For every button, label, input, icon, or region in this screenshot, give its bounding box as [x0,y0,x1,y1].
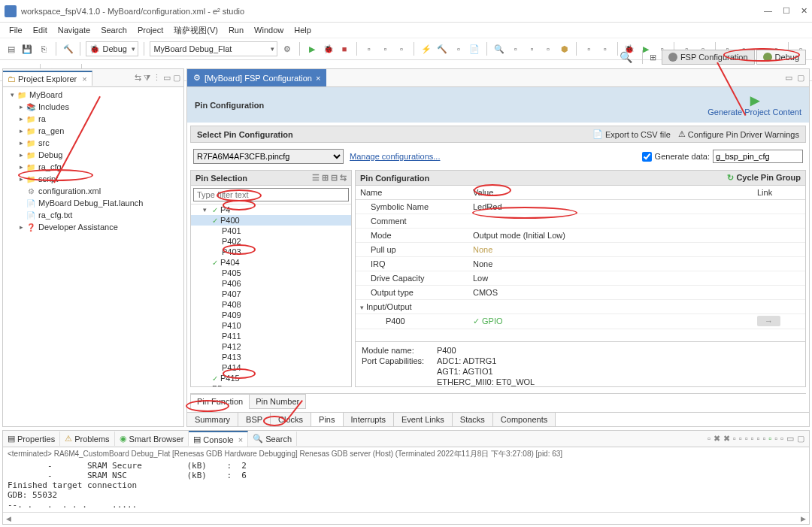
ct-icon[interactable]: ▫ [733,434,736,444]
min-icon[interactable]: ▭ [785,73,792,83]
pin-config-row[interactable]: Symbolic NameLedRed [356,200,805,214]
pincfg-select[interactable]: R7FA6M4AF3CFB.pincfg [193,149,344,164]
stop-icon[interactable]: ■ [338,42,351,56]
pin-item[interactable]: P410 [191,320,351,331]
console-hscroll[interactable]: ◀▶ [3,512,809,524]
tree-item[interactable]: ⚙configuration.xml [5,185,182,197]
pin-item[interactable]: P408 [191,299,351,310]
sync-icon[interactable]: ⇆ [340,173,347,183]
close-button[interactable]: ✕ [801,6,807,16]
ct-icon[interactable]: ▫ [780,434,783,444]
cycle-pin-button[interactable]: ↻ Cycle Pin Group [727,173,801,183]
menu-run[interactable]: Run [224,24,248,36]
tree-icon[interactable]: ☰ [312,173,320,183]
tree-root[interactable]: ▾📁MyBoard [5,89,182,101]
menu-edit[interactable]: Edit [29,24,52,36]
ct-icon[interactable]: ✖ [714,434,720,444]
pin-warnings-button[interactable]: ⚠Configure Pin Driver Warnings [678,129,799,139]
pin-item[interactable]: P406 [191,278,351,289]
project-tree[interactable]: ▾📁MyBoard ▸📚Includes▸📁ra▸📁ra_gen▸📁src▸📁D… [3,87,183,426]
open-perspective-icon[interactable]: ⊞ [647,50,660,64]
export-csv-button[interactable]: 📄Export to CSV file [592,129,671,139]
subtab-pin-function[interactable]: Pin Function [190,394,249,409]
pin-config-table[interactable]: Name Value Link Symbolic NameLedRedComme… [356,186,805,341]
min-icon[interactable]: ▭ [163,73,171,83]
pin-config-row[interactable]: ModeOutput mode (Initial Low) [356,229,805,243]
menu-renesas[interactable]: 瑞萨视图(V) [169,23,223,38]
close-icon[interactable]: × [82,74,86,83]
pin-tree[interactable]: ▾✓P4✓P400P401P402P403✓P404P405P406P407P4… [191,204,351,386]
pin-item[interactable]: P409 [191,310,351,320]
generate-data-checkbox[interactable] [642,152,652,162]
max-icon[interactable]: ▢ [797,73,804,83]
pin-config-row[interactable]: Output typeCMOS [356,286,805,300]
tb-icon[interactable]: ▫ [541,42,555,56]
launch-config-combo[interactable]: MyBoard Debug_Flat [150,41,277,56]
max-icon[interactable]: ▢ [797,434,804,444]
tb-icon[interactable]: ▫ [582,42,595,56]
tree-item[interactable]: ▸📚Includes [5,101,182,113]
tree-item[interactable]: ▸📁ra_gen [5,125,182,137]
tab-pins[interactable]: Pins [311,413,343,426]
project-explorer-tab[interactable]: 🗀 Project Explorer × [3,71,92,86]
tb-icon[interactable]: ▫ [598,42,612,56]
tab-interrupts[interactable]: Interrupts [344,413,394,426]
tab-search[interactable]: 🔍Search [248,432,297,446]
tb-icon[interactable]: ▫ [452,42,465,56]
generate-data-field[interactable] [713,150,803,163]
gear-icon[interactable]: ⚙ [280,42,294,56]
tb-icon[interactable]: 🔍 [492,42,506,56]
close-icon[interactable]: × [238,435,243,444]
pin-item[interactable]: P403 [191,247,351,257]
menu-window[interactable]: Window [250,24,288,36]
pin-item[interactable]: ✓P415 [191,373,351,383]
tb-icon[interactable]: ⚡ [420,42,433,56]
pin-item[interactable]: P414 [191,362,351,373]
tree-item[interactable]: 📄MyBoard Debug_Flat.launch [5,197,182,209]
debug-mode-combo[interactable]: 🐞 Debug [86,41,138,56]
tb-icon[interactable]: 📄 [468,42,482,56]
tree-item[interactable]: ▸📁Debug [5,149,182,161]
pin-item[interactable]: ✓P404 [191,257,351,268]
pin-item[interactable]: P402 [191,236,351,247]
menu-navigate[interactable]: Navigate [53,24,95,36]
link-icon[interactable]: ⇆ [135,73,141,83]
ct-icon[interactable]: ▫ [745,434,748,444]
tab-stacks[interactable]: Stacks [453,413,493,426]
tab-event-links[interactable]: Event Links [394,413,453,426]
tb-icon[interactable]: ▫ [362,42,376,56]
pin-filter-input[interactable] [193,188,349,201]
ct-icon[interactable]: ▫ [739,434,742,444]
tree-item[interactable]: 📄ra_cfg.txt [5,209,182,221]
ct-icon[interactable]: ▫ [756,434,759,444]
minimize-button[interactable]: — [764,6,772,16]
tab-smart-browser[interactable]: ◉Smart Browser [115,432,189,446]
menu-icon[interactable]: ⋮ [153,73,161,83]
pin-config-row[interactable]: Comment [356,214,805,229]
ct-icon[interactable]: ▫ [707,434,710,444]
tree-item[interactable]: ▸❓Developer Assistance [5,221,182,233]
tb-icon[interactable]: ▫ [509,42,523,56]
console-output[interactable]: - SRAM Secure (kB) : 2 - SRAM NSC (kB) :… [3,461,809,512]
filter-icon[interactable]: ⧩ [144,73,150,83]
pin-config-row[interactable]: Pull upNone [356,243,805,257]
tab-problems[interactable]: ⚠Problems [60,432,114,446]
tree-item[interactable]: ▸📁ra_cfg [5,161,182,173]
collapse-icon[interactable]: ⊟ [331,173,338,183]
manage-config-link[interactable]: Manage configurations... [350,152,440,161]
tb-icon[interactable]: ⬢ [558,42,571,56]
ct-icon[interactable]: ▫ [768,434,771,444]
debug-perspective-button[interactable]: Debug [756,50,806,65]
close-icon[interactable]: × [316,74,320,83]
pin-item[interactable]: P413 [191,352,351,362]
menu-help[interactable]: Help [289,24,316,36]
tree-item[interactable]: ▸📁script [5,173,182,185]
search-icon[interactable]: 🔍 [620,51,632,63]
max-icon[interactable]: ▢ [173,73,180,83]
tab-bsp[interactable]: BSP [238,413,271,426]
fsp-perspective-button[interactable]: FSP Configuration [662,50,755,65]
tb-icon[interactable]: 🔨 [435,42,449,56]
tb-icon[interactable]: ▫ [526,42,539,56]
tab-properties[interactable]: ▤Properties [3,432,60,446]
maximize-button[interactable]: ☐ [783,6,790,16]
